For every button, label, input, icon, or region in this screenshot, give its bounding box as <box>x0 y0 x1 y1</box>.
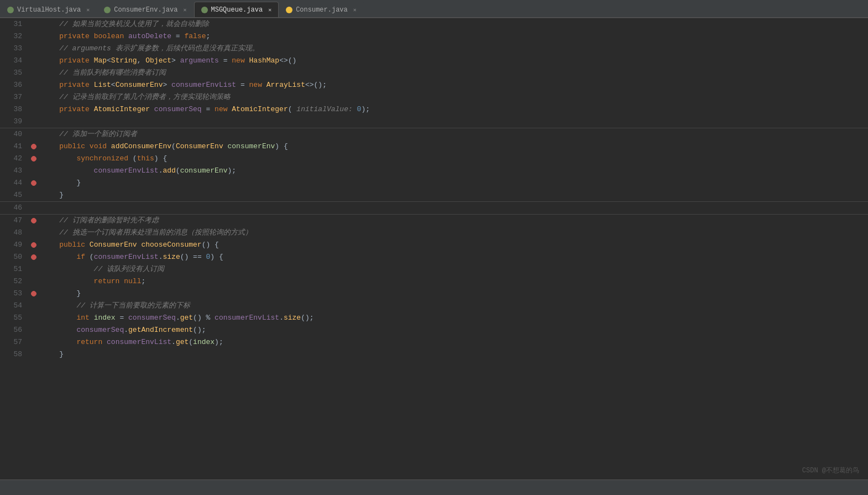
code-line: 52 return null; <box>0 275 868 288</box>
line-code: return consumerEnvList.get(index); <box>39 336 868 348</box>
punct-token: > <box>171 56 180 65</box>
method-token: size <box>163 253 180 261</box>
line-number: 31 <box>0 18 29 30</box>
gutter <box>29 215 39 227</box>
line-code <box>39 116 868 128</box>
close-tab-vh[interactable]: ✕ <box>86 7 90 13</box>
gutter <box>29 18 39 30</box>
gutter <box>29 239 39 251</box>
line-code: // 如果当前交换机没人使用了，就会自动删除 <box>39 18 868 30</box>
close-tab-co[interactable]: ✕ <box>353 7 357 13</box>
method-token: size <box>284 314 301 322</box>
line-code: int index = consumerSeq.get() % consumer… <box>39 312 868 324</box>
code-line: 55 int index = consumerSeq.get() % consu… <box>0 312 868 324</box>
field-token: consumerEnvList <box>42 166 159 175</box>
line-number: 58 <box>0 348 29 361</box>
punct-token: (); <box>301 314 313 322</box>
param-token: index <box>94 314 116 322</box>
breakpoint-dot[interactable] <box>31 180 36 186</box>
punct-token: ); <box>215 338 223 346</box>
line-number: 44 <box>0 177 29 189</box>
code-line: 46 <box>0 201 868 214</box>
tab-bar: VirtualHost.java✕ConsumerEnv.java✕MSGQue… <box>0 0 868 18</box>
classname-token: Map <box>94 56 107 65</box>
code-line: 50 if (consumerEnvList.size() == 0) { <box>0 251 868 263</box>
gutter <box>29 177 39 189</box>
close-tab-mq[interactable]: ✕ <box>268 7 271 13</box>
breakpoint-dot[interactable] <box>31 254 36 260</box>
code-line: 57 return consumerEnvList.get(index); <box>0 336 868 348</box>
tab-co[interactable]: Consumer.java✕ <box>279 2 364 17</box>
classname-token: Object <box>145 56 171 65</box>
breakpoint-dot[interactable] <box>31 144 36 149</box>
comment-token: // 如果当前交换机没人使用了，就会自动删除 <box>42 20 209 28</box>
line-code: // arguments 表示扩展参数，后续代码也是没有真正实现。 <box>39 43 868 55</box>
gutter <box>29 140 39 153</box>
hint-token: initialValue: <box>292 105 357 113</box>
line-code: // 添加一个新的订阅者 <box>39 128 868 140</box>
field-token: consumerSeq <box>154 105 202 113</box>
tab-vh[interactable]: VirtualHost.java✕ <box>0 2 97 17</box>
line-number: 51 <box>0 263 29 275</box>
punct-token: } <box>42 289 81 298</box>
comment-token: // 计算一下当前要取的元素的下标 <box>42 301 190 310</box>
punct-token: } <box>42 179 81 187</box>
breakpoint-dot[interactable] <box>31 218 36 223</box>
line-number: 50 <box>0 251 29 263</box>
code-line: 37 // 记录当前取到了第几个消费者，方便实现轮询策略 <box>0 91 868 103</box>
line-code: // 订阅者的删除暂时先不考虑 <box>39 215 868 227</box>
close-tab-ce[interactable]: ✕ <box>183 7 186 13</box>
punct-token: ( <box>288 105 292 113</box>
comment-token: // 添加一个新的订阅者 <box>42 130 137 138</box>
assign-token: = <box>116 314 128 322</box>
gutter <box>29 189 39 201</box>
line-number: 57 <box>0 336 29 348</box>
kw-token: void <box>90 142 111 150</box>
line-code: } <box>39 189 868 201</box>
code-line: 40 // 添加一个新的订阅者 <box>0 128 868 140</box>
gutter <box>29 153 39 165</box>
gutter <box>29 275 39 288</box>
line-number: 39 <box>0 116 29 128</box>
breakpoint-dot[interactable] <box>31 242 36 248</box>
line-number: 38 <box>0 103 29 116</box>
classname-token: AtomicInteger <box>232 105 287 113</box>
punct-token: ( <box>133 154 137 163</box>
tab-mq[interactable]: MSGQueue.java✕ <box>194 2 279 17</box>
line-number: 56 <box>0 324 29 336</box>
classname-token: ConsumerEnv <box>116 81 163 89</box>
line-number: 35 <box>0 67 29 79</box>
classname-token: String <box>111 56 137 65</box>
punct-token: ; <box>141 277 145 285</box>
line-number: 41 <box>0 140 29 153</box>
breakpoint-dot[interactable] <box>31 291 36 296</box>
code-line: 41 public void addConsumerEnv(ConsumerEn… <box>0 140 868 153</box>
line-code: private boolean autoDelete = false; <box>39 30 868 43</box>
punct-token: . <box>279 314 284 322</box>
code-line: 54 // 计算一下当前要取的元素的下标 <box>0 300 868 312</box>
punct-token: > <box>163 81 171 89</box>
punct-token: ) { <box>275 142 287 150</box>
comment-token: // 当前队列都有哪些消费者订阅 <box>42 69 166 77</box>
line-number: 47 <box>0 215 29 227</box>
gutter <box>29 227 39 239</box>
classname-token: ConsumerEnv <box>176 142 228 150</box>
code-line: 58 } <box>0 348 868 361</box>
line-code: return null; <box>39 275 868 288</box>
punct-token: ( <box>176 166 180 175</box>
line-number: 34 <box>0 55 29 67</box>
kw-token: return <box>42 277 124 285</box>
punct-token: . <box>171 338 176 346</box>
method-token: addConsumerEnv <box>111 142 171 150</box>
gutter <box>29 300 39 312</box>
assign-token: = <box>171 32 184 40</box>
line-number: 33 <box>0 43 29 55</box>
punct-token: () { <box>202 241 219 249</box>
line-code: // 挑选一个订阅者用来处理当前的消息（按照轮询的方式） <box>39 227 868 239</box>
tab-ce[interactable]: ConsumerEnv.java✕ <box>97 2 194 17</box>
line-number: 36 <box>0 79 29 91</box>
kw-token: private <box>42 81 94 89</box>
gutter <box>29 336 39 348</box>
punct-token: . <box>124 326 128 334</box>
breakpoint-dot[interactable] <box>31 156 36 161</box>
